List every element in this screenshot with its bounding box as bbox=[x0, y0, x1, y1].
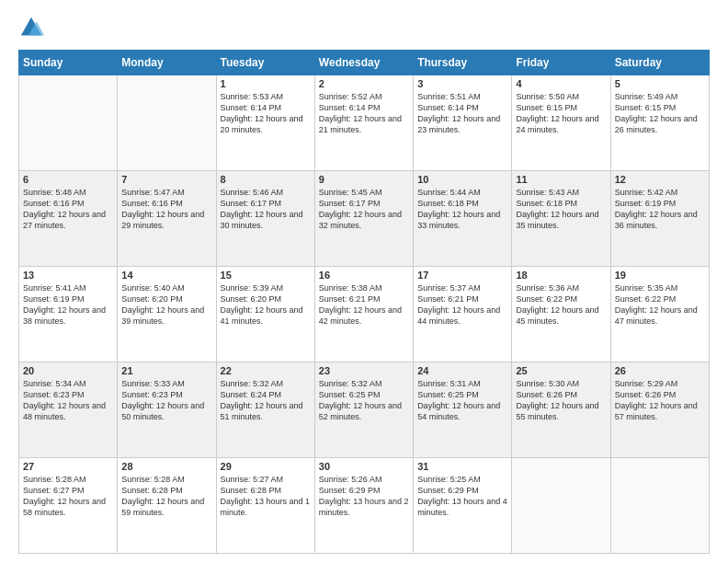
day-number: 19 bbox=[615, 270, 705, 281]
day-number: 25 bbox=[516, 365, 606, 376]
calendar-cell: 27Sunrise: 5:28 AM Sunset: 6:27 PM Dayli… bbox=[19, 458, 118, 554]
weekday-header-wednesday: Wednesday bbox=[314, 51, 413, 75]
day-number: 3 bbox=[417, 78, 507, 89]
calendar-week-row: 1Sunrise: 5:53 AM Sunset: 6:14 PM Daylig… bbox=[19, 75, 710, 171]
calendar-cell: 3Sunrise: 5:51 AM Sunset: 6:14 PM Daylig… bbox=[414, 75, 512, 171]
day-info: Sunrise: 5:43 AM Sunset: 6:18 PM Dayligh… bbox=[516, 187, 606, 232]
day-number: 2 bbox=[319, 78, 409, 89]
day-info: Sunrise: 5:53 AM Sunset: 6:14 PM Dayligh… bbox=[221, 91, 311, 136]
calendar-cell: 9Sunrise: 5:45 AM Sunset: 6:17 PM Daylig… bbox=[314, 171, 413, 267]
weekday-header-thursday: Thursday bbox=[414, 51, 512, 75]
day-info: Sunrise: 5:52 AM Sunset: 6:14 PM Dayligh… bbox=[319, 91, 409, 136]
calendar-cell: 6Sunrise: 5:48 AM Sunset: 6:16 PM Daylig… bbox=[19, 171, 118, 267]
day-number: 18 bbox=[516, 270, 606, 281]
day-number: 15 bbox=[221, 270, 311, 281]
weekday-header-saturday: Saturday bbox=[610, 51, 709, 75]
calendar-cell: 18Sunrise: 5:36 AM Sunset: 6:22 PM Dayli… bbox=[512, 267, 610, 362]
calendar-cell: 5Sunrise: 5:49 AM Sunset: 6:15 PM Daylig… bbox=[610, 75, 709, 171]
day-info: Sunrise: 5:35 AM Sunset: 6:22 PM Dayligh… bbox=[615, 282, 705, 327]
weekday-header-monday: Monday bbox=[118, 51, 216, 75]
day-info: Sunrise: 5:45 AM Sunset: 6:17 PM Dayligh… bbox=[319, 187, 409, 232]
day-number: 27 bbox=[23, 461, 113, 472]
page: SundayMondayTuesdayWednesdayThursdayFrid… bbox=[0, 0, 728, 563]
day-info: Sunrise: 5:27 AM Sunset: 6:28 PM Dayligh… bbox=[221, 474, 311, 519]
top-section bbox=[18, 15, 710, 40]
day-info: Sunrise: 5:25 AM Sunset: 6:29 PM Dayligh… bbox=[417, 474, 507, 519]
calendar-cell: 15Sunrise: 5:39 AM Sunset: 6:20 PM Dayli… bbox=[216, 267, 314, 362]
day-info: Sunrise: 5:42 AM Sunset: 6:19 PM Dayligh… bbox=[615, 187, 705, 232]
calendar-cell: 14Sunrise: 5:40 AM Sunset: 6:20 PM Dayli… bbox=[118, 267, 216, 362]
calendar-cell: 23Sunrise: 5:32 AM Sunset: 6:25 PM Dayli… bbox=[314, 362, 413, 458]
day-info: Sunrise: 5:32 AM Sunset: 6:25 PM Dayligh… bbox=[319, 378, 409, 423]
day-number: 7 bbox=[121, 174, 211, 185]
calendar-cell: 10Sunrise: 5:44 AM Sunset: 6:18 PM Dayli… bbox=[414, 171, 512, 267]
day-number: 24 bbox=[417, 365, 507, 376]
day-number: 23 bbox=[319, 365, 409, 376]
calendar-cell: 25Sunrise: 5:30 AM Sunset: 6:26 PM Dayli… bbox=[512, 362, 610, 458]
calendar-cell: 29Sunrise: 5:27 AM Sunset: 6:28 PM Dayli… bbox=[216, 458, 314, 554]
day-info: Sunrise: 5:30 AM Sunset: 6:26 PM Dayligh… bbox=[516, 378, 606, 423]
day-number: 31 bbox=[417, 461, 507, 472]
day-info: Sunrise: 5:48 AM Sunset: 6:16 PM Dayligh… bbox=[23, 187, 113, 232]
day-info: Sunrise: 5:49 AM Sunset: 6:15 PM Dayligh… bbox=[615, 91, 705, 136]
day-info: Sunrise: 5:47 AM Sunset: 6:16 PM Dayligh… bbox=[121, 187, 211, 232]
calendar-cell: 11Sunrise: 5:43 AM Sunset: 6:18 PM Dayli… bbox=[512, 171, 610, 267]
calendar-cell: 20Sunrise: 5:34 AM Sunset: 6:23 PM Dayli… bbox=[19, 362, 118, 458]
calendar-cell: 28Sunrise: 5:28 AM Sunset: 6:28 PM Dayli… bbox=[118, 458, 216, 554]
day-number: 16 bbox=[319, 270, 409, 281]
calendar-cell: 2Sunrise: 5:52 AM Sunset: 6:14 PM Daylig… bbox=[314, 75, 413, 171]
day-number: 5 bbox=[615, 78, 705, 89]
calendar-cell: 26Sunrise: 5:29 AM Sunset: 6:26 PM Dayli… bbox=[610, 362, 709, 458]
day-number: 9 bbox=[319, 174, 409, 185]
calendar-cell: 31Sunrise: 5:25 AM Sunset: 6:29 PM Dayli… bbox=[414, 458, 512, 554]
day-info: Sunrise: 5:28 AM Sunset: 6:28 PM Dayligh… bbox=[121, 474, 211, 519]
day-info: Sunrise: 5:40 AM Sunset: 6:20 PM Dayligh… bbox=[121, 282, 211, 327]
day-number: 4 bbox=[516, 78, 606, 89]
calendar-week-row: 27Sunrise: 5:28 AM Sunset: 6:27 PM Dayli… bbox=[19, 458, 710, 554]
day-info: Sunrise: 5:31 AM Sunset: 6:25 PM Dayligh… bbox=[417, 378, 507, 423]
day-info: Sunrise: 5:38 AM Sunset: 6:21 PM Dayligh… bbox=[319, 282, 409, 327]
day-number: 22 bbox=[221, 365, 311, 376]
day-info: Sunrise: 5:46 AM Sunset: 6:17 PM Dayligh… bbox=[221, 187, 311, 232]
calendar-cell: 13Sunrise: 5:41 AM Sunset: 6:19 PM Dayli… bbox=[19, 267, 118, 362]
day-info: Sunrise: 5:36 AM Sunset: 6:22 PM Dayligh… bbox=[516, 282, 606, 327]
calendar-cell: 1Sunrise: 5:53 AM Sunset: 6:14 PM Daylig… bbox=[216, 75, 314, 171]
logo bbox=[18, 15, 48, 40]
calendar-week-row: 13Sunrise: 5:41 AM Sunset: 6:19 PM Dayli… bbox=[19, 267, 710, 362]
day-number: 26 bbox=[615, 365, 705, 376]
day-info: Sunrise: 5:32 AM Sunset: 6:24 PM Dayligh… bbox=[221, 378, 311, 423]
day-number: 13 bbox=[23, 270, 113, 281]
calendar-cell: 8Sunrise: 5:46 AM Sunset: 6:17 PM Daylig… bbox=[216, 171, 314, 267]
calendar-cell: 16Sunrise: 5:38 AM Sunset: 6:21 PM Dayli… bbox=[314, 267, 413, 362]
calendar-cell: 24Sunrise: 5:31 AM Sunset: 6:25 PM Dayli… bbox=[414, 362, 512, 458]
day-number: 8 bbox=[221, 174, 311, 185]
logo-icon bbox=[18, 15, 44, 40]
weekday-header-tuesday: Tuesday bbox=[216, 51, 314, 75]
day-info: Sunrise: 5:50 AM Sunset: 6:15 PM Dayligh… bbox=[516, 91, 606, 136]
calendar-cell bbox=[512, 458, 610, 554]
day-info: Sunrise: 5:44 AM Sunset: 6:18 PM Dayligh… bbox=[417, 187, 507, 232]
calendar-cell: 22Sunrise: 5:32 AM Sunset: 6:24 PM Dayli… bbox=[216, 362, 314, 458]
calendar-table: SundayMondayTuesdayWednesdayThursdayFrid… bbox=[18, 50, 710, 554]
day-info: Sunrise: 5:28 AM Sunset: 6:27 PM Dayligh… bbox=[23, 474, 113, 519]
calendar-cell: 19Sunrise: 5:35 AM Sunset: 6:22 PM Dayli… bbox=[610, 267, 709, 362]
calendar-cell bbox=[118, 75, 216, 171]
calendar-header-row: SundayMondayTuesdayWednesdayThursdayFrid… bbox=[19, 51, 710, 75]
calendar-cell: 30Sunrise: 5:26 AM Sunset: 6:29 PM Dayli… bbox=[314, 458, 413, 554]
day-info: Sunrise: 5:39 AM Sunset: 6:20 PM Dayligh… bbox=[221, 282, 311, 327]
day-number: 17 bbox=[417, 270, 507, 281]
day-number: 21 bbox=[121, 365, 211, 376]
day-info: Sunrise: 5:34 AM Sunset: 6:23 PM Dayligh… bbox=[23, 378, 113, 423]
calendar-cell bbox=[19, 75, 118, 171]
calendar-cell: 7Sunrise: 5:47 AM Sunset: 6:16 PM Daylig… bbox=[118, 171, 216, 267]
day-info: Sunrise: 5:41 AM Sunset: 6:19 PM Dayligh… bbox=[23, 282, 113, 327]
day-info: Sunrise: 5:29 AM Sunset: 6:26 PM Dayligh… bbox=[615, 378, 705, 423]
day-number: 20 bbox=[23, 365, 113, 376]
day-info: Sunrise: 5:33 AM Sunset: 6:23 PM Dayligh… bbox=[121, 378, 211, 423]
day-info: Sunrise: 5:37 AM Sunset: 6:21 PM Dayligh… bbox=[417, 282, 507, 327]
calendar-cell: 4Sunrise: 5:50 AM Sunset: 6:15 PM Daylig… bbox=[512, 75, 610, 171]
day-number: 11 bbox=[516, 174, 606, 185]
day-number: 6 bbox=[23, 174, 113, 185]
day-number: 30 bbox=[319, 461, 409, 472]
calendar-cell: 17Sunrise: 5:37 AM Sunset: 6:21 PM Dayli… bbox=[414, 267, 512, 362]
